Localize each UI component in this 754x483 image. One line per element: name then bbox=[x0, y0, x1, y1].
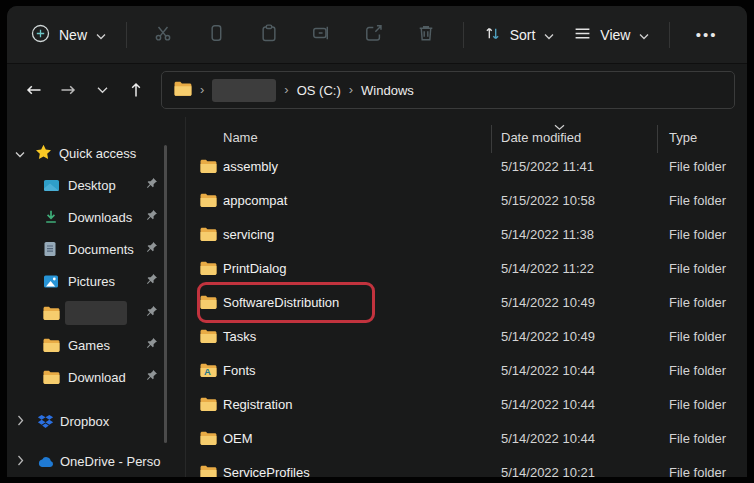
file-name[interactable]: servicing bbox=[223, 227, 274, 242]
sidebar-item-documents[interactable]: Documents bbox=[7, 233, 185, 265]
file-date-modified: 5/14/2022 10:44 bbox=[501, 431, 595, 446]
sidebar-item-label: Documents bbox=[68, 242, 134, 257]
file-type: File folder bbox=[669, 397, 726, 412]
file-row-oem[interactable]: OEM 5/14/2022 10:44 File folder bbox=[186, 422, 747, 456]
file-date-modified: 5/14/2022 10:49 bbox=[501, 329, 595, 344]
column-header-type[interactable]: Type bbox=[669, 130, 697, 145]
paste-button[interactable] bbox=[248, 17, 289, 53]
up-button[interactable] bbox=[119, 73, 153, 107]
scissors-icon bbox=[154, 24, 172, 46]
sort-button-label: Sort bbox=[510, 27, 536, 43]
sidebar-item-dropbox[interactable]: Dropbox bbox=[7, 401, 185, 441]
file-rows: assembly 5/15/2022 11:41 File folder app… bbox=[186, 150, 747, 477]
sidebar-item-desktop[interactable]: Desktop bbox=[7, 169, 185, 201]
share-button[interactable] bbox=[353, 17, 394, 53]
pictures-icon bbox=[43, 274, 60, 289]
file-date-modified: 5/14/2022 10:49 bbox=[501, 295, 595, 310]
file-row-tasks[interactable]: Tasks 5/14/2022 10:49 File folder bbox=[186, 320, 747, 354]
sort-button[interactable]: Sort bbox=[474, 17, 565, 53]
file-row-assembly[interactable]: assembly 5/15/2022 11:41 File folder bbox=[186, 150, 747, 184]
ellipsis-icon: ••• bbox=[696, 26, 718, 43]
onedrive-icon bbox=[37, 455, 55, 468]
view-button-label: View bbox=[600, 27, 630, 43]
recent-locations-chevron[interactable] bbox=[85, 73, 119, 107]
command-toolbar: New bbox=[7, 6, 747, 64]
trash-icon bbox=[417, 24, 435, 46]
breadcrumb-current-folder[interactable]: Windows bbox=[361, 83, 414, 98]
back-button[interactable] bbox=[17, 73, 51, 107]
sidebar-item-redacted[interactable] bbox=[7, 297, 185, 329]
folder-icon bbox=[43, 370, 60, 384]
file-row-serviceprofiles[interactable]: ServiceProfiles 5/14/2022 10:21 File fol… bbox=[186, 456, 747, 477]
file-name[interactable]: OEM bbox=[223, 431, 253, 446]
sidebar-item-onedrive[interactable]: OneDrive - Perso bbox=[7, 441, 185, 477]
file-row-registration[interactable]: Registration 5/14/2022 10:44 File folder bbox=[186, 388, 747, 422]
rename-button[interactable] bbox=[301, 17, 342, 53]
breadcrumb-redacted-segment[interactable] bbox=[212, 79, 276, 102]
copy-button[interactable] bbox=[196, 17, 237, 53]
quick-access-label: Quick access bbox=[59, 146, 136, 161]
new-button[interactable]: New bbox=[21, 16, 116, 54]
file-name[interactable]: Tasks bbox=[223, 329, 256, 344]
view-list-icon bbox=[574, 25, 591, 45]
sidebar-scrollbar[interactable] bbox=[164, 145, 167, 443]
sidebar-quick-access[interactable]: Quick access bbox=[7, 137, 185, 169]
sort-arrows-icon bbox=[484, 25, 501, 45]
view-button[interactable]: View bbox=[564, 17, 659, 53]
file-name[interactable]: ServiceProfiles bbox=[223, 465, 310, 477]
sidebar-item-downloads[interactable]: Downloads bbox=[7, 201, 185, 233]
see-more-button[interactable]: ••• bbox=[686, 17, 727, 53]
file-date-modified: 5/15/2022 10:58 bbox=[501, 193, 595, 208]
toolbar-divider bbox=[463, 22, 464, 48]
folder-icon bbox=[43, 306, 60, 320]
file-type: File folder bbox=[669, 261, 726, 276]
file-row-printdialog[interactable]: PrintDialog 5/14/2022 11:22 File folder bbox=[186, 252, 747, 286]
svg-text:A: A bbox=[204, 366, 211, 377]
sidebar-item-games[interactable]: Games bbox=[7, 329, 185, 361]
file-row-fonts[interactable]: A Fonts 5/14/2022 10:44 File folder bbox=[186, 354, 747, 388]
folder-icon bbox=[200, 227, 217, 241]
file-name[interactable]: appcompat bbox=[223, 193, 287, 208]
file-date-modified: 5/14/2022 10:21 bbox=[501, 465, 595, 477]
sidebar-item-pictures[interactable]: Pictures bbox=[7, 265, 185, 297]
file-row-servicing[interactable]: servicing 5/14/2022 11:38 File folder bbox=[186, 218, 747, 252]
file-name[interactable]: SoftwareDistribution bbox=[223, 295, 339, 310]
file-name[interactable]: PrintDialog bbox=[223, 261, 287, 276]
chevron-right-icon[interactable] bbox=[17, 454, 24, 469]
copy-icon bbox=[207, 24, 225, 46]
breadcrumb-separator: › bbox=[349, 82, 353, 97]
sidebar-item-label: Desktop bbox=[68, 178, 116, 193]
folder-icon bbox=[200, 193, 217, 207]
content-area: Quick access Desktop Downloads bbox=[7, 117, 747, 477]
dropbox-icon bbox=[37, 414, 54, 429]
file-row-appcompat[interactable]: appcompat 5/15/2022 10:58 File folder bbox=[186, 184, 747, 218]
file-name[interactable]: Registration bbox=[223, 397, 292, 412]
column-header-date-modified[interactable]: Date modified bbox=[501, 130, 581, 145]
address-bar[interactable]: › › OS (C:) › Windows bbox=[161, 71, 735, 109]
file-name[interactable]: assembly bbox=[223, 159, 278, 174]
folder-icon bbox=[43, 338, 60, 352]
forward-button[interactable] bbox=[51, 73, 85, 107]
breadcrumb-drive[interactable]: OS (C:) bbox=[297, 83, 341, 98]
column-divider[interactable] bbox=[657, 125, 658, 153]
delete-button[interactable] bbox=[406, 17, 447, 53]
column-header-name[interactable]: Name bbox=[223, 130, 258, 145]
sidebar-item-download[interactable]: Download bbox=[7, 361, 185, 393]
rename-icon bbox=[312, 24, 330, 46]
fonts-folder-icon: A bbox=[200, 363, 217, 377]
file-list-pane: Name Date modified Type assembly 5/15/20… bbox=[185, 117, 747, 477]
folder-icon bbox=[200, 295, 217, 309]
file-row-softwaredistribution[interactable]: SoftwareDistribution 5/14/2022 10:49 Fil… bbox=[186, 286, 747, 320]
column-divider[interactable] bbox=[491, 125, 492, 153]
chevron-right-icon[interactable] bbox=[17, 414, 24, 429]
cut-button[interactable] bbox=[143, 17, 184, 53]
redacted-label bbox=[65, 301, 127, 325]
sidebar-item-label: Games bbox=[68, 338, 110, 353]
chevron-down-icon[interactable] bbox=[15, 146, 25, 161]
pin-icon bbox=[145, 273, 158, 289]
file-type: File folder bbox=[669, 431, 726, 446]
file-type: File folder bbox=[669, 227, 726, 242]
file-name[interactable]: Fonts bbox=[223, 363, 256, 378]
sidebar-item-label: Dropbox bbox=[60, 414, 109, 429]
breadcrumb-folder-icon bbox=[174, 81, 192, 99]
